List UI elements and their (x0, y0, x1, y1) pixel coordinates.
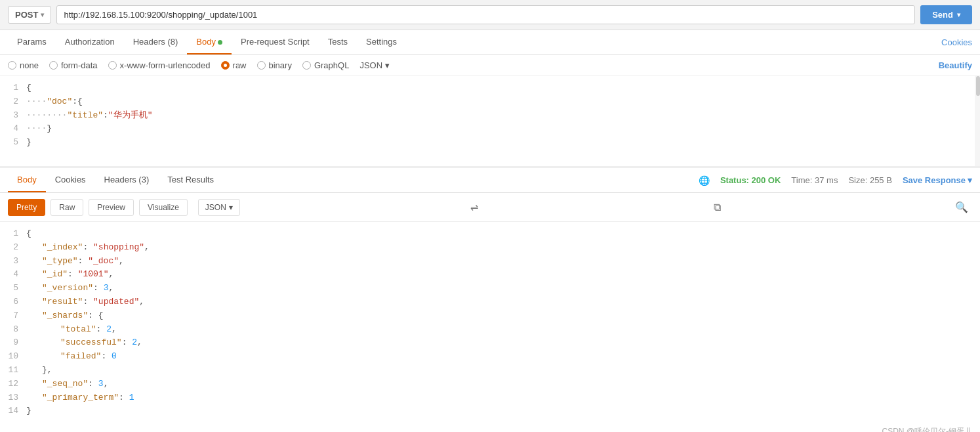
cookies-link[interactable]: Cookies (941, 37, 972, 47)
json-format-select[interactable]: JSON ▾ (359, 60, 390, 70)
radio-raw (221, 61, 230, 70)
resp-line-7: 7 "_shards": { (0, 309, 980, 323)
view-pretty-button[interactable]: Pretty (8, 199, 45, 216)
tab-pre-request[interactable]: Pre-request Script (232, 30, 319, 54)
copy-icon[interactable]: ⧉ (710, 199, 725, 216)
option-graphql[interactable]: GraphQL (302, 60, 349, 70)
resp-line-14: 14 } (0, 404, 980, 418)
tab-settings[interactable]: Settings (357, 30, 406, 54)
resp-line-6: 6 "result": "updated", (0, 295, 980, 309)
req-line-3: 3 ········"title":"华为手机" (0, 109, 980, 123)
beautify-button[interactable]: Beautify (939, 60, 972, 70)
time-text: Time: 37 ms (791, 175, 838, 185)
send-chevron-icon: ▾ (957, 11, 960, 18)
resp-line-11: 11 }, (0, 364, 980, 378)
response-tab-nav: Body Cookies Headers (3) Test Results 🌐 … (0, 168, 980, 193)
view-visualize-button[interactable]: Visualize (139, 199, 188, 216)
req-line-2: 2 ····"doc":{ (0, 95, 980, 109)
resp-line-13: 13 "_primary_term": 1 (0, 391, 980, 405)
response-json-select[interactable]: JSON ▾ (198, 199, 240, 216)
json-chevron-icon: ▾ (385, 60, 390, 70)
body-dot (218, 40, 222, 45)
resp-line-10: 10 "failed": 0 (0, 350, 980, 364)
resp-line-1: 1 { (0, 227, 980, 241)
req-line-5: 5 } (0, 136, 980, 150)
radio-none (8, 61, 16, 70)
req-line-1: 1 { (0, 81, 980, 95)
option-urlencoded[interactable]: x-www-form-urlencoded (108, 60, 211, 70)
response-view-options: Pretty Raw Preview Visualize JSON ▾ ⇌ ⧉ … (0, 193, 980, 222)
radio-form-data (49, 61, 58, 70)
radio-graphql (302, 61, 311, 70)
send-button[interactable]: Send ▾ (920, 5, 972, 24)
resp-line-3: 3 "_type": "_doc", (0, 255, 980, 269)
resp-line-12: 12 "_seq_no": 3, (0, 378, 980, 391)
tab-authorization[interactable]: Authorization (56, 30, 124, 54)
editor-scrollbar[interactable] (975, 76, 980, 166)
body-options: none form-data x-www-form-urlencoded raw… (0, 55, 980, 76)
response-code-area: 1 { 2 "_index": "shopping", 3 "_type": "… (0, 222, 980, 423)
resp-json-chevron-icon: ▾ (229, 203, 233, 212)
save-response-button[interactable]: Save Response ▾ (903, 175, 972, 185)
search-icon[interactable]: 🔍 (951, 198, 972, 216)
method-label: POST (15, 10, 38, 20)
tab-headers[interactable]: Headers (8) (124, 30, 188, 54)
radio-urlencoded (108, 61, 117, 70)
size-text: Size: 255 B (848, 175, 892, 185)
view-preview-button[interactable]: Preview (89, 199, 134, 216)
resp-tab-headers[interactable]: Headers (3) (95, 168, 159, 192)
globe-icon: 🌐 (699, 175, 710, 186)
request-editor[interactable]: 1 { 2 ····"doc":{ 3 ········"title":"华为手… (0, 76, 980, 168)
view-raw-button[interactable]: Raw (51, 199, 83, 216)
filter-icon[interactable]: ⇌ (466, 199, 483, 216)
resp-line-5: 5 "_version": 3, (0, 282, 980, 295)
watermark: CSDN @呼伦贝尔-钢蛋儿 (0, 423, 980, 432)
method-select[interactable]: POST ▾ (8, 6, 51, 24)
tab-params[interactable]: Params (8, 30, 56, 54)
option-form-data[interactable]: form-data (49, 60, 98, 70)
save-chevron-icon: ▾ (968, 175, 972, 185)
option-none[interactable]: none (8, 60, 39, 70)
status-text: Status: 200 OK (720, 175, 781, 185)
resp-line-4: 4 "_id": "1001", (0, 268, 980, 282)
resp-tab-cookies[interactable]: Cookies (46, 168, 95, 192)
req-line-4: 4 ····} (0, 122, 980, 136)
request-tab-nav: Params Authorization Headers (8) Body Pr… (0, 30, 980, 55)
resp-line-9: 9 "successful": 2, (0, 336, 980, 350)
send-label: Send (932, 10, 953, 20)
tab-tests[interactable]: Tests (319, 30, 357, 54)
resp-tab-body[interactable]: Body (8, 168, 46, 192)
response-section: Body Cookies Headers (3) Test Results 🌐 … (0, 168, 980, 423)
option-binary[interactable]: binary (257, 60, 292, 70)
resp-line-8: 8 "total": 2, (0, 323, 980, 337)
url-input[interactable] (56, 5, 915, 24)
response-status: 🌐 Status: 200 OK Time: 37 ms Size: 255 B… (699, 175, 972, 186)
editor-scrollbar-thumb (976, 76, 980, 96)
top-bar: POST ▾ Send ▾ (0, 0, 980, 30)
resp-line-2: 2 "_index": "shopping", (0, 241, 980, 255)
radio-binary (257, 61, 266, 70)
resp-tab-test-results[interactable]: Test Results (158, 168, 223, 192)
option-raw[interactable]: raw (221, 60, 247, 70)
tab-body[interactable]: Body (187, 30, 232, 54)
method-chevron-icon: ▾ (41, 11, 44, 18)
